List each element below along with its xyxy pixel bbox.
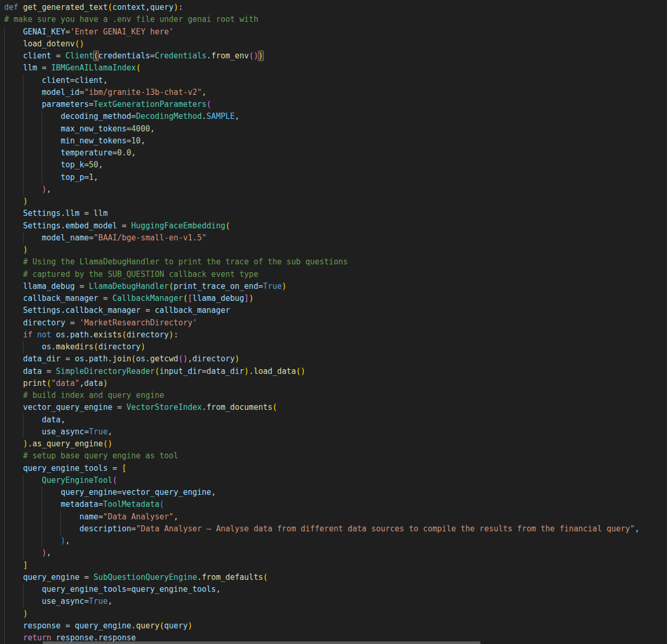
code-line: ) (0, 244, 667, 256)
code-token: # setup base query engine as tool (23, 451, 178, 460)
code-line: name="Data Analyser", (0, 511, 667, 523)
code-token: query (164, 621, 188, 630)
code-token: , (145, 3, 150, 12)
code-token (4, 621, 23, 630)
indent-guide (23, 511, 23, 523)
code-token: llm (65, 209, 79, 218)
code-line: directory = 'MarketResearchDirectory' (0, 317, 667, 329)
code-token: SubQuestionQueryEngine (94, 573, 197, 582)
code-token (4, 379, 23, 388)
code-token: print (23, 379, 46, 388)
horizontal-scrollbar-thumb[interactable] (43, 641, 480, 644)
code-token: , (174, 512, 178, 521)
code-token: = (127, 585, 131, 594)
code-line: query_engine=vector_query_engine, (0, 487, 667, 499)
code-token: from_defaults (202, 573, 263, 582)
indent-guide (42, 159, 42, 171)
code-token: , (635, 524, 639, 533)
code-token (4, 270, 23, 279)
code-token: input_dir (159, 367, 202, 376)
code-token: . (202, 403, 206, 412)
code-token: = (84, 173, 89, 182)
code-token: embed_model (65, 221, 117, 230)
code-token: . (108, 354, 113, 363)
code-token: = (98, 294, 113, 303)
indent-guide (42, 123, 42, 135)
code-token: ( (122, 330, 127, 339)
code-token: Client (65, 51, 93, 60)
code-token: ( (159, 621, 164, 630)
code-token: 'MarketResearchDirectory' (80, 318, 197, 327)
code-token: model_name (42, 233, 89, 242)
indent-guide (23, 547, 23, 559)
code-token: True (263, 282, 282, 291)
code-token: query (136, 621, 159, 630)
code-token: , (98, 160, 103, 169)
code-line: load_dotenv() (0, 38, 667, 50)
code-token: "Data Analyser" (103, 512, 174, 521)
indent-guide (4, 620, 5, 632)
code-token: query_engine_tools (23, 464, 108, 473)
code-token: ] (23, 561, 28, 570)
code-token: os (56, 330, 65, 339)
code-line: top_k=50, (0, 159, 667, 171)
indent-guide (23, 475, 23, 487)
code-token: = (131, 524, 136, 533)
code-token: description (80, 524, 131, 533)
code-token: client (42, 76, 70, 85)
code-line: callback_manager = CallbackManager([llam… (0, 293, 667, 305)
indent-guide (4, 584, 5, 596)
indent-guide (42, 499, 42, 511)
code-token: callback_manager (155, 306, 230, 315)
code-token: , (108, 597, 113, 606)
code-token: context (113, 3, 145, 12)
code-token: = (127, 124, 131, 133)
matched-bracket: ) (258, 51, 263, 60)
code-token: () (103, 439, 113, 448)
code-line: if not os.path.exists(directory): (0, 329, 667, 341)
code-token: ) (103, 379, 108, 388)
code-line: Settings.llm = llm (0, 208, 667, 220)
code-token: llm (23, 63, 37, 72)
code-line: print("data",data) (0, 378, 667, 390)
code-token: path (89, 354, 108, 363)
code-token (4, 439, 23, 448)
code-token: ) (42, 185, 46, 194)
code-token: = (131, 112, 136, 121)
code-token: ( (183, 294, 188, 303)
indent-guide (4, 172, 5, 184)
indent-guide (4, 499, 5, 511)
code-token: ) (282, 282, 287, 291)
code-token: = (42, 367, 56, 376)
code-token: directory (127, 330, 169, 339)
code-line: # captured by the SUB_QUESTION callback … (0, 269, 667, 281)
indent-guide (4, 366, 5, 378)
code-editor[interactable]: def get_generated_text(context,query):# … (0, 0, 667, 644)
code-line: Settings.callback_manager = callback_man… (0, 305, 667, 317)
code-token: top_p (60, 173, 84, 182)
code-line: vector_query_engine = VectorStoreIndex.f… (0, 402, 667, 414)
indent-guide (4, 123, 5, 135)
code-token: Credentials (155, 51, 206, 60)
code-token (4, 27, 23, 37)
indent-guide (23, 75, 23, 87)
code-token: vector_query_engine (122, 488, 212, 497)
indent-guide (4, 378, 5, 390)
code-token: = (65, 318, 79, 327)
code-line: use_async=True, (0, 426, 667, 438)
code-token (4, 51, 23, 60)
code-token: def (4, 3, 18, 12)
code-token: llm (94, 209, 108, 218)
indent-guide (23, 414, 23, 426)
code-token: ) (23, 197, 28, 206)
code-line: ) (0, 196, 667, 208)
code-token: ) (141, 342, 145, 351)
code-token: True (89, 427, 108, 436)
code-line: ), (0, 535, 667, 547)
matched-bracket: ( (94, 51, 98, 60)
code-token: ) (174, 3, 178, 12)
code-token (4, 488, 60, 497)
code-token: ( (108, 3, 113, 12)
code-token: not (37, 330, 51, 339)
code-token: metadata (60, 500, 98, 509)
